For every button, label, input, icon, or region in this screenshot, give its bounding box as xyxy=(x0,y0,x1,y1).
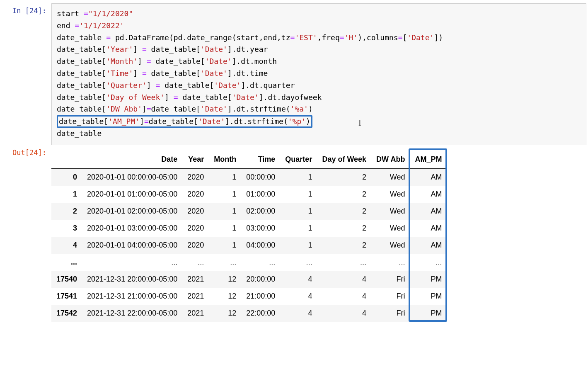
code-token: date_table[ xyxy=(178,93,232,102)
code-token: ] xyxy=(165,93,174,102)
code-token: '%p' xyxy=(288,117,306,126)
code-line: date_table['Year'] = date_table['Date'].… xyxy=(57,44,581,56)
code-line: end ='1/1/2022' xyxy=(57,20,581,32)
table-cell: PM xyxy=(410,288,447,305)
table-column-header: Time xyxy=(241,151,280,168)
table-column-header: Date xyxy=(82,151,182,168)
table-cell: 02:00:00 xyxy=(241,203,280,220)
table-cell: 2 xyxy=(317,203,371,220)
code-token: 'Time' xyxy=(106,69,133,78)
table-cell: ... xyxy=(410,254,447,271)
table-row: 32020-01-01 03:00:00-05:002020103:00:001… xyxy=(51,220,447,237)
code-token: date_table[ xyxy=(57,104,106,113)
table-column-header: Day of Week xyxy=(317,151,371,168)
code-token: date_table[ xyxy=(57,57,106,66)
table-index: 17540 xyxy=(51,271,82,288)
table-cell: 12 xyxy=(209,305,241,322)
table-index: 2 xyxy=(51,203,82,220)
code-line: date_table['Month'] = date_table['Date']… xyxy=(57,56,581,68)
code-token: date_table[ xyxy=(57,45,106,53)
code-line: start ="1/1/2020" xyxy=(57,8,581,20)
code-line: date_table['DW Abb']=date_table['Date'].… xyxy=(57,103,581,115)
code-token: ].dt.year xyxy=(227,45,268,53)
code-line: date_table['Quarter'] = date_table['Date… xyxy=(57,80,581,92)
table-row: 42020-01-01 04:00:00-05:002020104:00:001… xyxy=(51,237,447,254)
code-token: = xyxy=(340,33,344,42)
code-line: date_table xyxy=(57,128,581,140)
table-cell: 2020 xyxy=(182,220,209,237)
code-token: ]) xyxy=(434,33,443,42)
code-token: = xyxy=(155,81,160,90)
table-cell: Wed xyxy=(371,203,410,220)
code-token: date_table[ xyxy=(147,69,201,78)
code-token: date_table[ xyxy=(151,104,201,113)
code-token: 'H' xyxy=(344,33,358,42)
table-cell: ... xyxy=(280,254,317,271)
table-column-header: AM_PM xyxy=(410,151,447,168)
table-cell: 4 xyxy=(317,305,371,322)
table-cell: 2020-01-01 04:00:00-05:00 xyxy=(82,237,182,254)
table-index: 17542 xyxy=(51,305,82,322)
code-token: date_table[ xyxy=(147,45,201,53)
code-token: date_table xyxy=(57,33,106,42)
code-token: ) xyxy=(308,104,313,113)
code-token: 'Month' xyxy=(106,57,138,66)
code-token: 'EST' xyxy=(295,33,317,42)
code-token: = xyxy=(106,33,111,42)
code-token: ) xyxy=(306,117,310,126)
table-cell: ... xyxy=(371,254,410,271)
table-cell: 1 xyxy=(280,168,317,186)
table-cell: 2021-12-31 20:00:00-05:00 xyxy=(82,271,182,288)
code-token: 'Date' xyxy=(198,117,225,126)
code-token: '%a' xyxy=(290,104,308,113)
table-cell: AM xyxy=(410,220,447,237)
table-cell: 1 xyxy=(209,186,241,203)
table-column-header: DW Abb xyxy=(371,151,410,168)
code-token: 'Day of Week' xyxy=(106,93,165,102)
code-token: end xyxy=(57,21,75,30)
input-prompt: In [24]: xyxy=(2,3,51,15)
table-cell: 2 xyxy=(317,168,371,186)
table-cell: PM xyxy=(410,305,447,322)
table-cell: 1 xyxy=(209,203,241,220)
table-cell: 1 xyxy=(280,237,317,254)
table-cell: 2021 xyxy=(182,271,209,288)
code-token: date_table[ xyxy=(57,69,106,78)
table-cell: 2 xyxy=(317,186,371,203)
table-cell: 21:00:00 xyxy=(241,288,280,305)
table-cell: 2020 xyxy=(182,237,209,254)
table-cell: 1 xyxy=(280,220,317,237)
code-token: ),columns xyxy=(358,33,398,42)
table-cell: 03:00:00 xyxy=(241,220,280,237)
table-cell: 22:00:00 xyxy=(241,305,280,322)
table-index: ... xyxy=(51,254,82,271)
code-token: [ xyxy=(403,33,407,42)
code-editor[interactable]: start ="1/1/2020"end ='1/1/2022'date_tab… xyxy=(51,3,586,145)
table-cell: 2020 xyxy=(182,168,209,186)
table-cell: 12 xyxy=(209,288,241,305)
code-token: ] xyxy=(133,45,142,53)
table-cell: ... xyxy=(182,254,209,271)
table-row: ........................... xyxy=(51,254,447,271)
table-cell: Fri xyxy=(371,305,410,322)
table-cell: 20:00:00 xyxy=(241,271,280,288)
code-token: 'DW Abb' xyxy=(106,104,142,113)
code-token: ].dt.time xyxy=(227,69,268,78)
table-cell: Wed xyxy=(371,220,410,237)
code-line: date_table = pd.DataFrame(pd.date_range(… xyxy=(57,32,581,44)
input-cell: In [24]: start ="1/1/2020"end ='1/1/2022… xyxy=(2,3,586,145)
code-token: ].dt.dayofweek xyxy=(259,93,322,102)
code-token: ].dt.month xyxy=(232,57,277,66)
table-cell: ... xyxy=(317,254,371,271)
table-cell: ... xyxy=(82,254,182,271)
table-cell: 2020-01-01 03:00:00-05:00 xyxy=(82,220,182,237)
table-cell: ... xyxy=(209,254,241,271)
table-row: 175412021-12-31 21:00:00-05:0020211221:0… xyxy=(51,288,447,305)
table-cell: 00:00:00 xyxy=(241,168,280,186)
code-token: 'Date' xyxy=(407,33,434,42)
code-token: "1/1/2020" xyxy=(88,9,133,18)
table-cell: 2020-01-01 01:00:00-05:00 xyxy=(82,186,182,203)
code-token: = xyxy=(398,33,403,42)
code-token: date_table[ xyxy=(149,117,198,126)
code-token: 'Date' xyxy=(232,93,259,102)
